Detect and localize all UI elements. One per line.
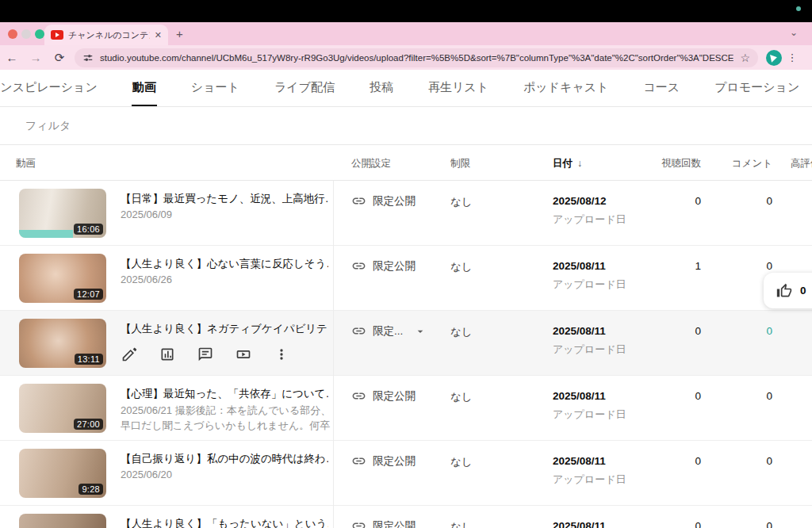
views-cell: 0 — [619, 455, 701, 467]
visibility-cell[interactable]: 限定公開 — [351, 193, 416, 209]
visibility-label: 限定公開 — [373, 454, 416, 469]
video-thumbnail[interactable]: 13:11 — [19, 319, 106, 368]
table-row[interactable]: 27:00 【心理】最近知った、「共依存」について… 2025/06/21 撮影… — [0, 376, 812, 441]
visibility-cell[interactable]: 限定公開 — [351, 388, 416, 404]
video-title[interactable]: 【自己振り返り】私の中の波の時代は終わ… — [121, 452, 328, 466]
video-thumbnail[interactable]: 12:07 — [19, 254, 106, 303]
tab-1[interactable]: 動画 — [132, 70, 157, 106]
forward-button[interactable]: → — [24, 51, 48, 64]
column-header-visibility[interactable]: 公開設定 — [351, 157, 391, 170]
browser-tab[interactable]: チャンネルのコンテンツ - YouTu ✕ — [44, 25, 168, 45]
thumb-up-icon — [776, 283, 792, 299]
restrictions-cell: なし — [450, 455, 473, 469]
browser-menu-icon[interactable]: ⋮ — [782, 52, 802, 63]
comments-cell[interactable]: 0 — [698, 520, 772, 528]
traffic-light-zoom-button[interactable] — [35, 29, 44, 39]
youtube-favicon-icon — [51, 30, 63, 40]
column-header-views[interactable]: 視聴回数 — [619, 157, 701, 170]
column-header-comments[interactable]: コメント — [698, 157, 772, 170]
date-type-label: アップロード日 — [553, 277, 626, 292]
table-row[interactable]: 16:06 【日常】最近買ったモノ、近況、上高地行… 2025/06/09 限 — [0, 181, 812, 246]
youtube-icon[interactable] — [235, 346, 252, 363]
restrictions-cell: なし — [450, 325, 473, 339]
duration-badge: 16:06 — [74, 224, 103, 235]
video-title[interactable]: 【人生より良く】ネガティブケイパビリテ… — [121, 322, 328, 336]
table-row[interactable]: 12:07 【人生より良く】心ない言葉に反応しそう… 2025/06/26 限 — [0, 246, 812, 311]
browser-window: チャンネルのコンテンツ - YouTu ✕ + ⌄ ← → ⟳ studio.y… — [0, 0, 812, 528]
chevron-down-icon[interactable] — [414, 325, 427, 338]
reload-button[interactable]: ⟳ — [48, 51, 71, 65]
pinned-column-separator — [333, 181, 334, 528]
date-cell: 2025/08/11 — [553, 455, 606, 467]
video-title[interactable]: 【人生より良く】「もったいない」という… — [121, 517, 328, 528]
column-header-restrictions[interactable]: 制限 — [450, 157, 470, 170]
comments-cell[interactable]: 0 — [698, 260, 772, 272]
sort-descending-icon: ↓ — [577, 158, 582, 169]
filter-label[interactable]: フィルタ — [25, 119, 71, 133]
tab-2[interactable]: ショート — [190, 70, 240, 106]
column-header-likes[interactable]: 高評価 — [791, 157, 812, 170]
column-header-date[interactable]: 日付↓ — [553, 157, 582, 170]
visibility-cell[interactable]: 限定... — [351, 323, 427, 339]
analytics-icon[interactable] — [159, 346, 176, 363]
restrictions-cell: なし — [450, 390, 473, 404]
visibility-label: 限定公開 — [373, 194, 416, 209]
video-title[interactable]: 【日常】最近買ったモノ、近況、上高地行… — [121, 192, 328, 206]
tab-8[interactable]: プロモーション — [714, 70, 800, 106]
video-thumbnail[interactable]: 27:00 — [19, 384, 106, 433]
traffic-light-close-button[interactable] — [8, 29, 17, 39]
video-thumbnail[interactable] — [19, 514, 106, 528]
video-thumbnail[interactable]: 9:28 — [19, 449, 106, 498]
url-text[interactable]: studio.youtube.com/channel/UCbM6u_517yW8… — [100, 53, 733, 63]
visibility-label: 限定公開 — [373, 389, 416, 404]
comments-cell[interactable]: 0 — [698, 195, 772, 207]
more-options-icon[interactable] — [273, 346, 290, 363]
date-cell: 2025/08/11 — [553, 390, 606, 402]
tab-title: チャンネルのコンテンツ - YouTu — [68, 29, 150, 41]
duration-badge: 13:11 — [75, 354, 103, 365]
table-row[interactable]: 9:28 【自己振り返り】私の中の波の時代は終わ… 2025/06/20 限定 — [0, 441, 812, 506]
comments-cell[interactable]: 0 — [698, 455, 772, 467]
link-icon — [351, 453, 366, 469]
likes-popup: 0 — [764, 273, 812, 308]
table-row[interactable]: 13:11 【人生より良く】ネガティブケイパビリテ… 限定... — [0, 311, 812, 376]
date-cell: 2025/08/11 — [553, 325, 606, 337]
tab-close-icon[interactable]: ✕ — [155, 30, 162, 40]
video-thumbnail[interactable]: 16:06 — [19, 189, 106, 238]
duration-badge: 12:07 — [74, 289, 103, 300]
filter-bar[interactable]: フィルタ — [0, 107, 812, 145]
table-row[interactable]: 【人生より良く】「もったいない」という… 限定公開 なし — [0, 506, 812, 528]
tab-6[interactable]: ポッドキャスト — [523, 70, 609, 106]
date-type-label: アップロード日 — [553, 342, 626, 357]
address-bar[interactable]: studio.youtube.com/channel/UCbM6u_517yW8… — [75, 48, 758, 67]
tab-3[interactable]: ライブ配信 — [274, 70, 335, 106]
bookmark-star-icon[interactable]: ☆ — [740, 52, 750, 64]
visibility-label: 限定公開 — [373, 519, 416, 528]
video-subtitle-line2: 早口だし聞こえづらいかもしれません。何卒 … — [121, 419, 331, 433]
visibility-cell[interactable]: 限定公開 — [351, 258, 416, 274]
tab-4[interactable]: 投稿 — [369, 70, 394, 106]
comments-cell[interactable]: 0 — [698, 390, 772, 402]
visibility-cell[interactable]: 限定公開 — [351, 518, 416, 528]
back-button[interactable]: ← — [0, 51, 24, 64]
edit-icon[interactable] — [121, 346, 138, 363]
date-type-label: アップロード日 — [553, 407, 626, 422]
tab-overflow-chevron-icon[interactable]: ⌄ — [790, 27, 798, 38]
tab-0[interactable]: インスピレーション — [0, 70, 98, 106]
restrictions-cell: なし — [450, 520, 473, 528]
profile-avatar[interactable] — [766, 50, 782, 66]
link-icon — [351, 388, 366, 404]
new-tab-button[interactable]: + — [176, 27, 183, 40]
comments-cell[interactable]: 0 — [698, 325, 772, 337]
visibility-cell[interactable]: 限定公開 — [351, 453, 416, 469]
visibility-label: 限定... — [373, 324, 403, 339]
restrictions-cell: なし — [450, 260, 473, 274]
video-title[interactable]: 【人生より良く】心ない言葉に反応しそう… — [121, 257, 328, 271]
comments-icon[interactable] — [197, 346, 214, 363]
video-table-body: 16:06 【日常】最近買ったモノ、近況、上高地行… 2025/06/09 限 — [0, 181, 812, 528]
tab-5[interactable]: 再生リスト — [427, 70, 489, 106]
site-settings-icon[interactable] — [82, 52, 94, 63]
tab-7[interactable]: コース — [642, 70, 680, 106]
traffic-light-minimize-button[interactable] — [21, 29, 31, 39]
video-title[interactable]: 【心理】最近知った、「共依存」について… — [121, 387, 328, 401]
